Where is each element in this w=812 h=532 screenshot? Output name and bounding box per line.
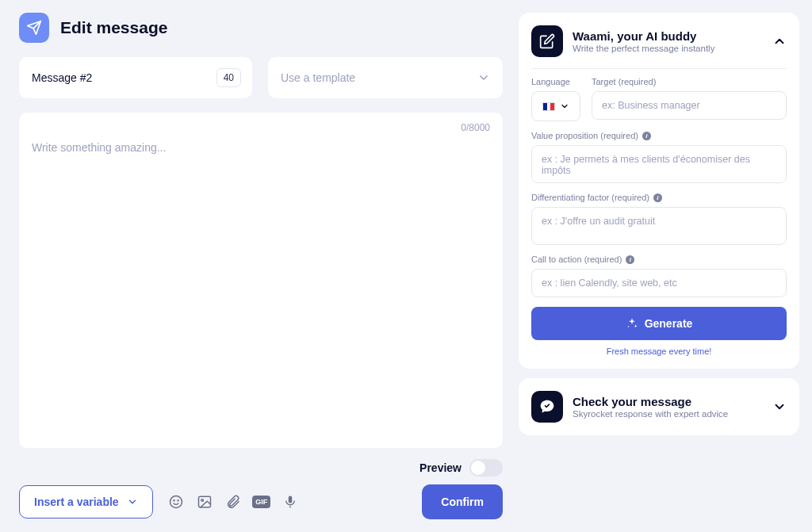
svg-point-6	[201, 499, 203, 502]
target-label: Target (required)	[592, 77, 787, 86]
svg-point-4	[178, 500, 178, 501]
generate-label: Generate	[645, 317, 693, 330]
info-icon: i	[626, 255, 634, 264]
info-icon: i	[642, 132, 651, 140]
check-chat-icon	[531, 391, 563, 423]
chevron-down-icon	[127, 496, 138, 507]
chevron-down-icon	[477, 71, 490, 84]
insert-variable-label: Insert a variable	[34, 496, 119, 508]
toggle-knob	[471, 461, 485, 475]
svg-point-2	[170, 496, 182, 508]
page-title: Edit message	[60, 18, 167, 37]
edit-icon	[531, 25, 563, 57]
message-name-text: Message #2	[32, 71, 92, 84]
chevron-down-icon	[772, 400, 787, 414]
value-prop-input[interactable]	[531, 145, 787, 183]
value-prop-label: Value proposition (required)i	[531, 131, 787, 140]
diff-factor-label: Differentiating factor (required)i	[531, 193, 787, 202]
message-name-input[interactable]: Message #2 40	[19, 57, 252, 98]
message-name-counter: 40	[216, 68, 241, 87]
image-icon[interactable]	[196, 493, 213, 511]
check-card: Check your message Skyrocket response wi…	[519, 378, 799, 435]
confirm-button[interactable]: Confirm	[422, 484, 503, 519]
language-label: Language	[531, 77, 580, 86]
gif-icon[interactable]: GIF	[253, 493, 270, 511]
language-select[interactable]	[531, 91, 580, 121]
cta-label: Call to action (required)i	[531, 255, 787, 264]
chevron-down-icon	[560, 101, 569, 111]
flag-fr-icon	[542, 102, 555, 111]
message-editor[interactable]: 0/8000 Write something amazing...	[19, 113, 503, 448]
generate-button[interactable]: Generate	[531, 307, 787, 340]
waami-header[interactable]: Waami, your AI buddy Write the perfect m…	[531, 25, 787, 57]
info-icon: i	[653, 193, 662, 202]
svg-point-3	[174, 500, 174, 501]
voice-icon[interactable]	[282, 493, 299, 511]
emoji-icon[interactable]	[167, 493, 185, 511]
attachment-icon[interactable]	[224, 493, 242, 511]
insert-variable-button[interactable]: Insert a variable	[19, 485, 153, 519]
fresh-hint: Fresh message every time!	[531, 346, 787, 356]
target-input[interactable]	[592, 91, 787, 120]
sparkle-icon	[626, 317, 638, 330]
waami-card: Waami, your AI buddy Write the perfect m…	[519, 13, 799, 369]
preview-toggle[interactable]	[469, 459, 503, 477]
page-header: Edit message	[19, 13, 503, 43]
waami-title: Waami, your AI buddy	[573, 29, 763, 43]
svg-rect-5	[198, 496, 210, 507]
editor-placeholder: Write something amazing...	[32, 141, 490, 154]
send-icon	[19, 13, 49, 43]
template-placeholder: Use a template	[281, 71, 355, 84]
cta-input[interactable]	[531, 269, 787, 297]
chevron-up-icon	[772, 34, 787, 48]
check-header[interactable]: Check your message Skyrocket response wi…	[531, 391, 787, 423]
check-subtitle: Skyrocket response with expert advice	[573, 409, 763, 419]
waami-subtitle: Write the perfect message instantly	[573, 44, 763, 53]
preview-label: Preview	[419, 461, 462, 474]
check-title: Check your message	[573, 395, 763, 408]
template-select[interactable]: Use a template	[268, 57, 503, 98]
char-counter: 0/8000	[461, 122, 490, 133]
diff-factor-input[interactable]	[531, 207, 787, 245]
